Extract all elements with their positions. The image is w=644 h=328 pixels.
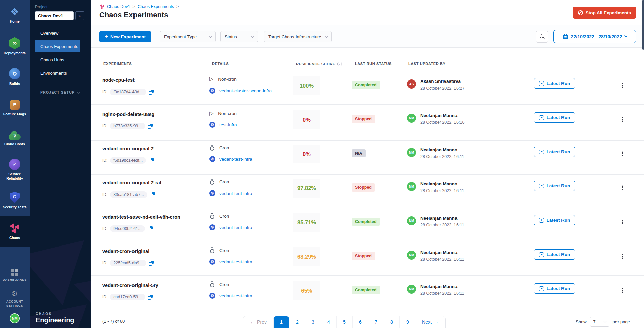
experiment-name[interactable]: vedant-cron-original-5ry (102, 283, 158, 288)
target-infrastructure-filter[interactable]: Target Chaos Infrastructure (264, 31, 332, 42)
copy-icon[interactable] (149, 158, 154, 163)
prev-page-button[interactable]: ← Prev (243, 316, 273, 328)
id-label: ID: (102, 295, 107, 299)
sidebar-collapse-button[interactable]: » (75, 11, 84, 20)
sidebar-item-service-reliability[interactable]: ✓ Service Reliability (0, 154, 30, 185)
latest-run-button[interactable]: Latest Run (534, 215, 575, 225)
scrollbar-thumb[interactable] (642, 0, 644, 50)
latest-run-button[interactable]: Latest Run (534, 112, 575, 123)
experiment-name[interactable]: vedant-test-save-nd-exit-v8h-cron (102, 214, 180, 220)
search-button[interactable] (536, 31, 548, 43)
experiment-id-row: ID: 83cab181-ab7... (102, 191, 155, 198)
copy-icon[interactable] (150, 192, 155, 197)
run-icon (539, 218, 544, 223)
experiment-id-row: ID: f6d19bc1-fedf... (102, 157, 154, 164)
infrastructure-link[interactable]: vedant-cluster-scope-infra (219, 88, 272, 93)
chevron-down-icon (603, 320, 606, 322)
experiment-id-row: ID: 225fcad5-da9... (102, 260, 154, 266)
experiment-name[interactable]: vedant-cron-original-2 (102, 146, 154, 151)
row-menu-button[interactable]: ⋮ (617, 80, 627, 90)
experiment-name[interactable]: vedant-cron-original-2-raf (102, 180, 161, 185)
infrastructure-link[interactable]: vedant-test-infra (219, 293, 252, 298)
experiment-type-filter[interactable]: Experiment Type (160, 31, 216, 42)
next-page-button[interactable]: Next → (415, 316, 445, 328)
schedule-line: ▷ Non-cron (209, 110, 237, 116)
status-filter[interactable]: Status (220, 31, 258, 42)
row-menu-button[interactable]: ⋮ (617, 114, 627, 124)
sidebar-item-environments[interactable]: Environments (35, 67, 80, 79)
sidebar-item-deployments[interactable]: ∞ Deployments (0, 31, 30, 62)
page-button-9[interactable]: 9 (399, 316, 415, 328)
row-menu-button[interactable]: ⋮ (617, 251, 627, 261)
infrastructure-link[interactable]: test-infra (219, 122, 237, 127)
copy-icon[interactable] (149, 261, 154, 266)
latest-run-button[interactable]: Latest Run (534, 78, 575, 89)
sidebar-item-label: Home (10, 19, 19, 24)
per-page-select[interactable]: 7 (590, 317, 609, 327)
project-name-input[interactable] (35, 11, 74, 20)
date-range-picker[interactable]: 22/10/2022 - 28/10/2022 (553, 30, 636, 43)
page-button-2[interactable]: 2 (289, 316, 305, 328)
experiment-name[interactable]: vedant-cron-original (102, 249, 149, 254)
page-button-8[interactable]: 8 (384, 316, 399, 328)
info-icon[interactable]: i (337, 62, 342, 66)
copy-icon[interactable] (148, 295, 153, 300)
avatar: NM (407, 182, 416, 191)
avatar: NM (407, 285, 416, 294)
latest-run-button[interactable]: Latest Run (534, 249, 575, 260)
infrastructure-link[interactable]: vedant-test-infra (219, 259, 252, 264)
sidebar-item-chaos[interactable]: Chaos (0, 216, 30, 247)
latest-run-label: Latest Run (547, 218, 570, 223)
experiment-name[interactable]: nginx-pod-delete-u8sg (102, 112, 154, 117)
sidebar-item-chaos-hubs[interactable]: Chaos Hubs (35, 54, 80, 66)
breadcrumb-experiments-link[interactable]: Chaos Experiments (138, 4, 174, 9)
row-menu-button[interactable]: ⋮ (617, 217, 627, 227)
page-button-1[interactable]: 1 (273, 316, 289, 328)
copy-icon[interactable] (149, 90, 154, 95)
sidebar-item-cloud-costs[interactable]: $ Cloud Costs (0, 123, 30, 154)
stop-all-experiments-button[interactable]: Stop All Experiments (573, 7, 636, 19)
sidebar-item-dashboards[interactable]: DASHBOARDS (3, 264, 27, 287)
experiment-id-row: ID: 94cd00b2-41... (102, 225, 153, 232)
column-last-updated-by: LAST UPDATED BY (408, 62, 445, 66)
row-menu-button[interactable]: ⋮ (617, 285, 627, 295)
project-setup-toggle[interactable]: PROJECT SETUP (40, 90, 80, 94)
infrastructure-line: ☸ vedant-test-infra (209, 224, 252, 230)
right-arrow-icon: → (434, 319, 439, 325)
user-avatar[interactable]: NM (10, 313, 20, 323)
page-button-3[interactable]: 3 (305, 316, 321, 328)
latest-run-button[interactable]: Latest Run (534, 181, 575, 191)
infrastructure-link[interactable]: vedant-test-infra (219, 225, 252, 230)
updated-by-name: Akash Shrivastava (420, 79, 461, 84)
kubernetes-icon: ☸ (209, 190, 215, 196)
sidebar-item-security-tests[interactable]: Security Tests (0, 185, 30, 216)
sidebar-item-feature-flags[interactable]: ⚑ Feature Flags (0, 93, 30, 123)
row-menu-button[interactable]: ⋮ (617, 183, 627, 193)
sidebar-item-chaos-experiments[interactable]: Chaos Experiments (35, 40, 80, 52)
infrastructure-link[interactable]: vedant-test-infra (219, 191, 252, 196)
run-icon (539, 252, 544, 257)
row-menu-button[interactable]: ⋮ (617, 149, 627, 159)
breadcrumb-project-link[interactable]: Chaos-Dev1 (107, 4, 130, 9)
chevron-down-icon (251, 35, 254, 37)
schedule-line: Cron (209, 179, 229, 185)
page-button-4[interactable]: 4 (321, 316, 336, 328)
kubernetes-icon: ☸ (209, 259, 215, 265)
page-button-5[interactable]: 5 (336, 316, 352, 328)
sidebar-item-overview[interactable]: Overview (35, 27, 80, 39)
page-button-6[interactable]: 6 (352, 316, 368, 328)
copy-icon[interactable] (148, 124, 153, 129)
project-setup-label: PROJECT SETUP (40, 90, 75, 94)
infrastructure-link[interactable]: vedant-test-infra (219, 157, 252, 162)
sidebar-bottom-group: DASHBOARDS ⚙ ACCOUNT SETTINGS NM (0, 264, 30, 328)
sidebar-item-home[interactable]: ❖ Home (0, 0, 30, 31)
new-experiment-button[interactable]: + New Experiment (99, 31, 151, 42)
latest-run-button[interactable]: Latest Run (534, 283, 575, 294)
copy-icon[interactable] (148, 226, 153, 231)
latest-run-label: Latest Run (547, 183, 570, 188)
latest-run-button[interactable]: Latest Run (534, 147, 575, 157)
experiment-name[interactable]: node-cpu-test (102, 77, 135, 83)
sidebar-item-account-settings[interactable]: ⚙ ACCOUNT SETTINGS (2, 287, 28, 311)
page-button-7[interactable]: 7 (368, 316, 384, 328)
sidebar-item-builds[interactable]: Builds (0, 62, 30, 93)
